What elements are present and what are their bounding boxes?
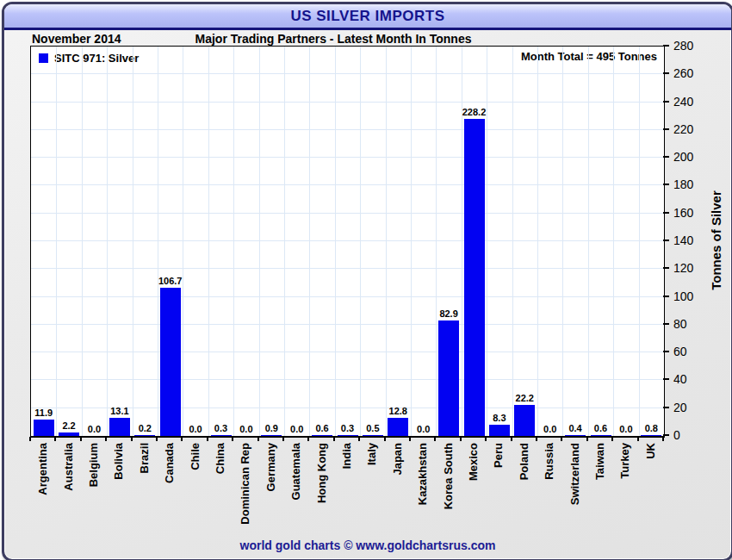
x-axis-tick (131, 437, 133, 441)
y-axis-tick-label: 260 (673, 66, 693, 80)
bar-value-label: 22.2 (506, 393, 543, 403)
y-axis-tick (663, 296, 669, 297)
horizontal-gridline (31, 379, 664, 380)
x-axis-label-peru: Peru (492, 443, 505, 468)
chart-subtitle: Major Trading Partners - Latest Month In… (4, 32, 662, 46)
x-axis-tick (156, 437, 158, 441)
y-axis-tick (663, 407, 669, 408)
y-axis-tick (663, 434, 669, 436)
bar-mexico (464, 119, 485, 436)
x-axis-label-brazil: Brazil (138, 443, 151, 473)
vertical-gridline (411, 47, 412, 436)
x-axis-tick (257, 437, 259, 441)
x-axis-label-guatemala: Guatemala (289, 443, 302, 500)
y-axis-tick-label: 20 (673, 401, 687, 414)
horizontal-gridline (31, 184, 664, 185)
vertical-gridline (562, 47, 563, 436)
vertical-gridline (537, 47, 538, 436)
vertical-gridline (183, 47, 183, 436)
x-axis-label-switzerland: Switzerland (568, 443, 581, 505)
vertical-gridline (259, 47, 260, 436)
bar-value-label: 8.3 (481, 413, 518, 423)
y-axis-tick (663, 156, 669, 158)
y-axis-tick-label: 40 (673, 372, 687, 386)
x-axis-tick (511, 437, 512, 441)
bar-value-label: 12.8 (379, 406, 417, 416)
x-axis-label-chile: Chile (189, 443, 202, 470)
x-axis-label-mexico: Mexico (467, 443, 480, 481)
x-axis-tick (434, 437, 436, 441)
bar-value-label: 82.9 (430, 308, 468, 319)
x-axis-label-japan: Japan (391, 443, 404, 476)
plot-area: SITC 971: Silver Month Total = 495 Tonne… (30, 46, 665, 438)
x-axis-label-argentina: Argentina (36, 443, 49, 495)
chart-title: US SILVER IMPORTS (290, 8, 444, 25)
x-axis-tick (409, 437, 411, 441)
x-axis-label-china: China (214, 443, 226, 474)
vertical-gridline (107, 47, 108, 436)
y-axis-tick-label: 220 (673, 122, 693, 136)
y-axis-title: Tonnes of Silver (709, 190, 723, 290)
horizontal-gridline (31, 268, 664, 269)
y-axis-tick-label: 100 (673, 289, 693, 303)
y-axis-tick-label: 80 (673, 317, 687, 331)
y-axis-tick-label: 240 (673, 95, 693, 109)
month-total-annotation: Month Total = 495 Tonnes (521, 50, 657, 63)
bar-canada (160, 288, 181, 436)
vertical-gridline (386, 47, 387, 436)
horizontal-gridline (31, 352, 664, 352)
x-axis-label-australia: Australia (62, 443, 75, 491)
vertical-gridline (158, 47, 158, 436)
x-axis-tick (384, 437, 386, 441)
x-axis-label-uk: UK (644, 443, 657, 459)
vertical-gridline (639, 47, 640, 436)
vertical-gridline (613, 47, 614, 436)
y-axis-tick (663, 267, 669, 269)
vertical-gridline (588, 47, 589, 436)
vertical-gridline (335, 47, 336, 436)
y-axis-tick-label: 120 (673, 261, 693, 275)
y-axis-tick (663, 378, 669, 380)
horizontal-gridline (31, 157, 664, 158)
vertical-gridline (208, 47, 209, 436)
y-axis-tick (663, 351, 669, 352)
bar-value-label: 13.1 (101, 406, 139, 416)
horizontal-gridline (31, 102, 664, 103)
horizontal-gridline (31, 213, 664, 214)
vertical-gridline (284, 47, 285, 436)
x-axis-tick (561, 437, 562, 441)
y-axis-tick (663, 101, 669, 103)
y-axis-tick-label: 0 (673, 428, 680, 442)
x-axis-label-russia: Russia (543, 443, 555, 480)
y-axis-tick-label: 60 (673, 345, 687, 358)
x-axis-label-kazakhstan: Kazakhstan (416, 443, 429, 505)
bar-korea-south (438, 320, 459, 436)
y-axis-tick (663, 128, 669, 130)
x-axis-tick (485, 437, 487, 441)
vertical-gridline (233, 47, 234, 436)
x-axis-tick (282, 437, 284, 441)
y-axis-tick-label: 140 (673, 233, 693, 247)
vertical-gridline (133, 47, 133, 436)
bar-peru (489, 425, 510, 436)
horizontal-gridline (31, 324, 664, 325)
chart-window: US SILVER IMPORTS November 2014 Major Tr… (2, 2, 732, 560)
bar-value-label: 0.0 (405, 424, 443, 434)
x-axis-tick (232, 437, 233, 441)
x-axis-label-canada: Canada (163, 443, 176, 483)
x-axis-label-belgium: Belgium (87, 443, 100, 487)
bar-value-label: 0.2 (126, 423, 164, 433)
vertical-gridline (512, 47, 513, 436)
legend-swatch-icon (39, 53, 48, 63)
y-axis-tick-label: 280 (673, 39, 693, 53)
y-axis-tick-label: 180 (673, 177, 693, 191)
vertical-gridline (487, 47, 487, 436)
y-axis-tick-label: 200 (673, 150, 693, 164)
bar-value-label: 0.0 (76, 424, 114, 434)
x-axis-label-dominican-rep: Dominican Rep (239, 443, 251, 525)
y-axis-tick (663, 240, 669, 241)
horizontal-gridline (31, 296, 664, 297)
x-axis-tick (460, 437, 462, 441)
x-axis-label-poland: Poland (518, 443, 530, 480)
footer-credit: world gold charts © www.goldchartsrus.co… (4, 538, 731, 552)
